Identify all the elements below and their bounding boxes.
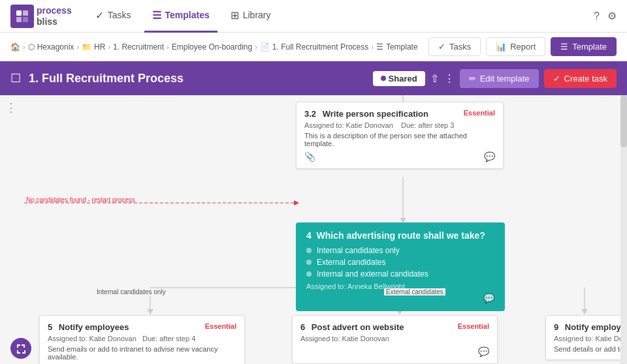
step-6-header: 6 Post advert on website Essential [300,322,489,332]
step-5-assigned: Assigned to: Katie Donovan Due: after st… [48,335,236,342]
nav-library[interactable]: ⊞ Library [223,0,279,33]
library-icon: ⊞ [231,9,239,22]
folder-icon: 📁 [82,42,91,52]
breadcrumb-hr[interactable]: 📁 HR [82,42,105,52]
template-icon: ☰ [376,42,383,52]
nav-right-actions: ? ⚙ [594,10,617,22]
templates-icon: ☰ [152,9,161,22]
nav-templates[interactable]: ☰ Templates [144,0,217,33]
step-9-card[interactable]: 9 Notify employees Essential Assigned to… [545,315,627,360]
tasks-icon: ✓ [95,9,104,22]
create-task-button[interactable]: ✓ Create task [544,69,617,88]
step-9-header: 9 Notify employees Essential [554,322,627,332]
step-6-comment-icon[interactable]: 💬 [478,346,489,357]
top-navigation: process bliss ✓ Tasks ☰ Templates ⊞ Libr… [0,0,627,33]
scrollbar-thumb[interactable] [620,95,627,147]
option-dot [306,248,312,253]
expand-icon[interactable] [10,338,31,359]
page-header-icon: ☐ [10,71,21,85]
breadcrumb-onboarding[interactable]: Employee On-boarding [172,42,252,52]
breadcrumb-home[interactable]: 🏠 [10,42,20,52]
attachment-icon[interactable]: 📎 [304,151,315,162]
svg-rect-0 [16,10,22,16]
step-32-desc: This is a description of the person see … [304,132,495,147]
svg-rect-1 [23,10,28,16]
decision-comment-icon[interactable]: 💬 [483,293,494,303]
more-options-icon[interactable]: ⋮ [444,72,455,85]
hexagonix-icon: ⬡ [28,42,35,52]
step-5-card[interactable]: 5 Notify employees Essential Assigned to… [39,315,245,364]
step-32-assigned: Assigned to: Katie Donovan Due: after st… [304,121,495,129]
page-header: ☐ 1. Full Recruitment Process Shared ⇧ ⋮… [0,61,627,95]
edit-template-button[interactable]: ✏ Edit template [460,69,539,88]
help-icon[interactable]: ? [594,10,600,22]
logo-text: process bliss [37,5,72,27]
decision-4-title: 4 Which advertising route shall we take? [306,230,494,241]
decision-option-2: External candidates [306,258,494,267]
comment-icon[interactable]: 💬 [484,151,495,162]
decision-option-3: Internal and external candidates [306,269,494,279]
breadcrumb-fullrecruitment[interactable]: 📄 1. Full Recruitment Process [260,42,368,52]
page-title: 1. Full Recruitment Process [29,72,365,85]
breadcrumb-recruitment[interactable]: 1. Recruitment [113,42,164,52]
step-32-card[interactable]: 3.2 Write person specification Essential… [296,102,504,169]
breadcrumb-hexagonix[interactable]: ⬡ Hexagonix [28,42,74,52]
step-6-assigned: Assigned to: Katie Donovan [300,335,489,342]
header-actions: Shared ⇧ ⋮ ✏ Edit template ✓ Create task [373,69,617,88]
decision-4-card[interactable]: 4 Which advertising route shall we take?… [296,222,505,311]
shared-badge[interactable]: Shared [373,71,425,86]
nav-tasks[interactable]: ✓ Tasks [88,0,139,33]
decision-option-1: Internal candidates only [306,246,494,255]
template-btn[interactable]: ☰ Template [551,37,617,56]
svg-marker-9 [294,200,299,205]
edit-icon: ✏ [469,74,476,83]
tasks-btn[interactable]: ✓ Tasks [428,37,481,56]
step-32-footer: 📎 💬 [304,151,495,162]
step-9-assigned: Assigned to: Katie Donovan D... [554,335,627,342]
breadcrumb-template[interactable]: ☰ Template [376,42,418,52]
sidebar-dots[interactable]: ⋮ [5,100,17,115]
report-btn-icon: 📊 [496,42,506,52]
external-label: External candidates [384,288,445,296]
svg-rect-2 [16,17,22,22]
step-9-desc: Send details or add to intranet t... [554,345,627,353]
template-btn-icon: ☰ [560,42,568,52]
breadcrumb-actions: ✓ Tasks 📊 Report ☰ Template [428,37,617,56]
svg-marker-19 [581,309,588,314]
check-icon: ✓ [553,74,560,83]
app-logo[interactable]: process bliss [10,5,72,28]
svg-rect-3 [23,17,28,22]
vertical-scrollbar[interactable] [620,95,627,364]
option-dot [306,260,312,265]
process-icon: 📄 [260,42,270,52]
canvas: ⋮ 3.2 Write person specification Essenti… [0,95,627,364]
step-6-footer: 💬 [300,346,489,357]
settings-icon[interactable]: ⚙ [607,10,617,22]
step-5-desc: Send emails or add to intranet to advise… [48,345,236,361]
step-32-header: 3.2 Write person specification Essential [304,109,495,119]
tasks-btn-icon: ✓ [438,42,445,52]
step-6-card[interactable]: 6 Post advert on website Essential Assig… [292,315,498,364]
svg-marker-12 [147,309,153,314]
report-btn[interactable]: 📊 Report [486,37,545,56]
option-dot [306,271,312,277]
share-icon[interactable]: ⇧ [430,72,439,85]
logo-icon [10,5,34,28]
step-5-header: 5 Notify employees Essential [48,322,236,332]
no-candidates-label: No candidates found - restart process [26,196,135,204]
breadcrumb-bar: 🏠 › ⬡ Hexagonix › 📁 HR › 1. Recruitment … [0,33,627,61]
internal-label: Internal candidates only [95,288,168,296]
